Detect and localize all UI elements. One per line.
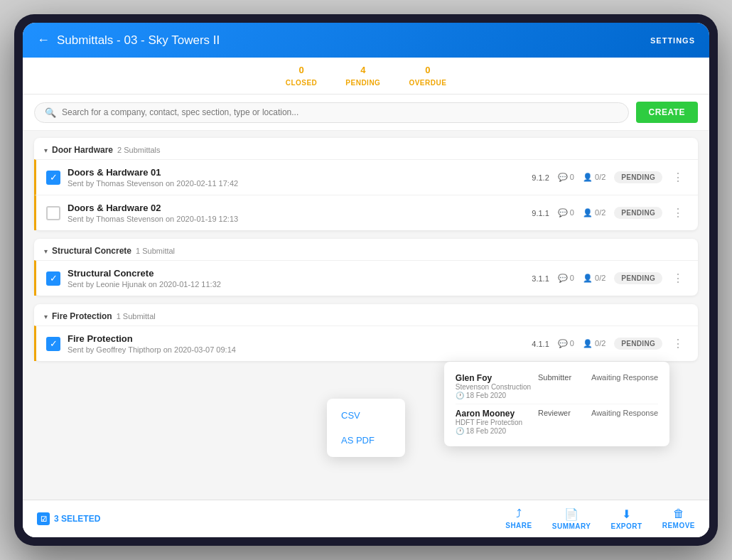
reviewer-popup: Glen Foy Stevenson Construction 🕐 18 Feb… [444,362,669,446]
more-options-button[interactable]: ⋮ [668,171,688,184]
export-pdf-button[interactable]: AS PDF [327,428,405,453]
content-area: ▾ Door Hardware 2 Submittals ✓ Doors & H… [23,131,709,500]
checkbox-fp01[interactable]: ✓ [46,337,60,351]
more-options-button[interactable]: ⋮ [668,206,688,220]
group-name: Door Hardware [52,145,113,155]
search-field[interactable]: 🔍 [34,102,629,123]
status-badge: PENDING [614,207,662,219]
popup-row-aaron: Aaron Mooney HDFT Fire Protection 🕐 18 F… [456,404,658,439]
checkbox-unchecked-icon [46,206,60,220]
spec-number: 9.1.1 [532,209,549,217]
popup-date: 🕐 18 Feb 2020 [456,427,531,435]
search-input[interactable] [62,107,618,117]
table-row: ✓ Fire Protection Sent by Geoffrey Thipt… [34,325,698,361]
submittal-subtitle: Sent by Thomas Stevenson on 2020-02-11 1… [68,179,532,188]
stat-closed-label: CLOSED [286,79,318,87]
submittal-info: Structural Concrete Sent by Leonie Hjuna… [68,268,532,289]
export-csv-button[interactable]: CSV [327,403,405,428]
stat-closed[interactable]: 0 CLOSED [286,65,318,88]
export-button[interactable]: ⬇ EXPORT [611,507,642,530]
comment-count: 💬 0 [558,274,574,283]
stat-closed-count: 0 [286,65,318,75]
group-structural-concrete: ▾ Structural Concrete 1 Submittal ✓ Stru… [34,239,698,296]
group-count: 1 Submittal [117,312,156,321]
settings-button[interactable]: SETTINGS [650,36,695,45]
more-options-button[interactable]: ⋮ [668,337,688,350]
trash-icon: 🗑 [673,507,684,520]
selected-count-label: 3 SELETED [54,514,100,524]
popup-person-name: Glen Foy [456,373,531,383]
create-button[interactable]: CREATE [636,102,698,123]
group-name: Structural Concrete [52,246,131,256]
clock-icon: 🕐 [456,427,464,435]
chevron-down-icon[interactable]: ▾ [44,247,48,255]
share-label: SHARE [505,522,532,529]
chevron-down-icon[interactable]: ▾ [44,146,48,154]
popup-role: Submitter [538,373,584,382]
selection-icon: ☑ [37,512,50,525]
remove-button[interactable]: 🗑 REMOVE [662,507,695,530]
comment-count: 💬 0 [558,208,574,217]
popup-company: HDFT Fire Protection [456,419,531,426]
reviewer-count: 👤 0/2 [583,208,605,217]
group-header-door-hardware: ▾ Door Hardware 2 Submittals [34,138,698,159]
group-header-fire-protection: ▾ Fire Protection 1 Submittal [34,304,698,325]
reviewer-count: 👤 0/2 [583,274,605,283]
status-badge: PENDING [614,272,662,284]
group-name: Fire Protection [52,311,112,321]
popup-row-glen: Glen Foy Stevenson Construction 🕐 18 Feb… [456,369,658,404]
stat-pending[interactable]: 4 PENDING [345,65,380,88]
page-title: Submittals - 03 - Sky Towers II [57,33,220,48]
table-row: Doors & Hardware 02 Sent by Thomas Steve… [34,195,698,230]
submittal-title: Doors & Hardware 01 [68,167,532,178]
summary-icon: 📄 [564,507,578,521]
submittal-info: Doors & Hardware 01 Sent by Thomas Steve… [68,167,532,188]
stat-overdue[interactable]: 0 OVERDUE [409,65,446,88]
popup-company: Stevenson Construction [456,383,531,391]
more-options-button[interactable]: ⋮ [668,271,688,285]
table-row: ✓ Doors & Hardware 01 Sent by Thomas Ste… [34,159,698,195]
group-fire-protection: ▾ Fire Protection 1 Submittal ✓ Fire Pro… [34,304,698,361]
submittal-title: Fire Protection [68,333,532,344]
stat-overdue-count: 0 [409,65,446,75]
search-bar: 🔍 CREATE [23,95,709,131]
checkbox-dh02[interactable] [46,206,60,220]
checkbox-dh01[interactable]: ✓ [46,171,60,185]
submittal-subtitle: Sent by Geoffrey Thipthorp on 2020-03-07… [68,345,532,354]
spec-number: 4.1.1 [532,340,549,348]
popup-status: Awaiting Response [591,373,658,382]
group-count: 1 Submittal [136,247,175,255]
chevron-down-icon[interactable]: ▾ [44,313,48,321]
popup-date-value: 18 Feb 2020 [466,427,506,435]
submittal-title: Doors & Hardware 02 [68,203,532,213]
share-button[interactable]: ⤴ SHARE [505,507,532,530]
popup-date: 🕐 18 Feb 2020 [456,392,531,399]
app-header: ← Submittals - 03 - Sky Towers II SETTIN… [23,23,709,58]
submittal-subtitle: Sent by Thomas Stevenson on 2020-01-19 1… [68,215,532,223]
submittal-title: Structural Concrete [68,268,532,279]
submittal-meta: 9.1.2 💬 0 👤 0/2 PENDING [532,171,662,183]
submittal-subtitle: Sent by Leonie Hjunak on 2020-01-12 11:3… [68,280,532,289]
group-door-hardware: ▾ Door Hardware 2 Submittals ✓ Doors & H… [34,138,698,230]
submittal-info: Fire Protection Sent by Geoffrey Thiptho… [68,333,532,354]
comment-count: 💬 0 [558,173,574,182]
checkbox-sc01[interactable]: ✓ [46,271,60,286]
stat-pending-count: 4 [345,65,380,75]
summary-button[interactable]: 📄 SUMMARY [552,507,591,530]
popup-person-info: Glen Foy Stevenson Construction 🕐 18 Feb… [456,373,531,399]
stat-pending-label: PENDING [345,79,380,87]
popup-person-name: Aaron Mooney [456,409,531,419]
submittal-meta: 3.1.1 💬 0 👤 0/2 PENDING [532,272,662,284]
submittal-meta: 9.1.1 💬 0 👤 0/2 PENDING [532,207,662,219]
back-button[interactable]: ← [37,33,50,48]
selected-info: ☑ 3 SELETED [37,512,505,525]
status-badge: PENDING [614,171,662,183]
stat-overdue-label: OVERDUE [409,79,446,87]
status-badge: PENDING [614,338,662,350]
bottom-actions: ⤴ SHARE 📄 SUMMARY ⬇ EXPORT 🗑 REMOVE [505,507,695,530]
bottom-bar: ☑ 3 SELETED ⤴ SHARE 📄 SUMMARY ⬇ EXPORT 🗑 [23,500,709,537]
search-icon: 🔍 [45,107,56,118]
reviewer-count: 👤 0/2 [583,173,605,182]
stats-bar: 0 CLOSED 4 PENDING 0 OVERDUE [23,58,709,95]
group-count: 2 Submittals [117,146,161,154]
